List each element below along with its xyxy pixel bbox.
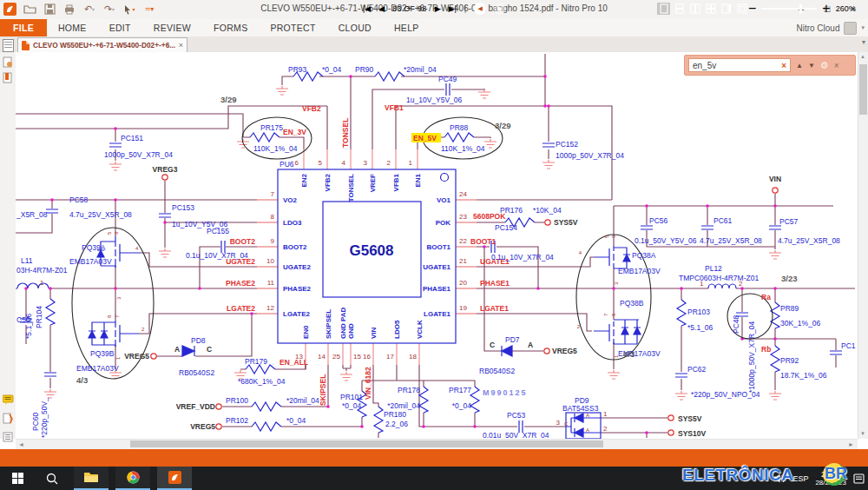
zoom-out-button[interactable]: − xyxy=(748,1,756,17)
taskbar-clock[interactable]: 23:09 28/2/2023 xyxy=(815,470,846,487)
scroll-down-icon[interactable]: ▼ xyxy=(860,431,865,436)
pinname-ugate1: UGATE1 xyxy=(423,263,450,271)
search-bar: en_5v × ▲ ▼ ⚙ × xyxy=(684,55,856,76)
sch-pc62: PC62 xyxy=(687,365,707,374)
outline-panel-icon[interactable] xyxy=(3,430,13,441)
sch-pd8-cathode: C xyxy=(207,345,212,354)
zoom-in-button[interactable]: + xyxy=(822,1,830,17)
next-page-button[interactable]: ▶ xyxy=(435,4,441,13)
resistor-pr103 xyxy=(677,300,686,326)
sch-pr89-val: 30K_1%_06 xyxy=(780,319,821,328)
notification-center-icon[interactable] xyxy=(853,473,865,484)
sch-pq39a: PQ39A xyxy=(82,243,106,252)
clock-date: 28/2/2023 xyxy=(815,479,846,487)
sch-pr179: PR179 xyxy=(245,357,267,366)
pin-8: 8 xyxy=(271,213,275,221)
diode-bars xyxy=(194,346,502,356)
signature-panel-icon[interactable] xyxy=(3,412,13,423)
view-grid[interactable] xyxy=(704,3,717,15)
zoom-slider[interactable] xyxy=(761,8,817,10)
bookmark-icon[interactable] xyxy=(3,71,13,83)
search-clear-icon[interactable]: × xyxy=(781,61,786,70)
pinname-skipsel: SKIPSEL xyxy=(325,309,332,339)
view-facing[interactable] xyxy=(688,3,701,15)
page-tools-icon[interactable] xyxy=(3,56,13,67)
search-input[interactable]: en_5v × xyxy=(688,58,791,72)
cap-pc152 xyxy=(542,143,555,147)
taskbar-nitro[interactable] xyxy=(157,467,192,490)
search-next-button[interactable]: ▼ xyxy=(808,62,815,70)
pinname-boot1: BOOT1 xyxy=(426,243,450,251)
comments-panel-icon[interactable] xyxy=(3,393,13,404)
view-with-panel[interactable] xyxy=(720,3,733,15)
sch-vfb2: VFB2 xyxy=(302,104,321,113)
prev-page-button[interactable]: ◀ xyxy=(378,4,385,13)
view-continuous[interactable] xyxy=(673,3,686,15)
sch-pc48-val: *1000p_50V_X7R_04 xyxy=(747,321,756,393)
ribbon-toggle-icon[interactable]: ▾ xyxy=(862,38,865,46)
vertical-scroll-thumb[interactable] xyxy=(859,64,867,115)
sch-pd7: PD7 xyxy=(505,335,520,344)
tab-close-icon[interactable]: × xyxy=(179,41,183,50)
pdf-page-canvas[interactable]: PR93*0_04 PR90*20mil_04 PC491u_10V_Y5V_0… xyxy=(16,52,858,439)
account-area[interactable]: Nitro Cloud ▾ xyxy=(796,19,865,36)
first-page-button[interactable]: |◀ xyxy=(363,4,371,13)
tab-protect[interactable]: PROTECT xyxy=(259,19,326,36)
view-fullwidth[interactable] xyxy=(735,3,748,15)
document-tab[interactable]: CLEVO W550EU+-+6-71-W5400-D02+-+6... × xyxy=(17,37,187,52)
resistor-pr179 xyxy=(246,365,275,374)
cap-pc62 xyxy=(675,374,687,377)
pinname-en0: EN0 xyxy=(302,325,310,339)
tab-forms[interactable]: FORMS xyxy=(202,19,259,36)
sch-pc57-val: 4.7u_25V_X5R_08 xyxy=(778,236,840,245)
cap-pc151 xyxy=(109,143,122,147)
pinname-lgate2: LGATE2 xyxy=(283,310,311,318)
tab-review[interactable]: REVIEW xyxy=(142,19,202,36)
tab-edit[interactable]: EDIT xyxy=(98,19,142,36)
sch-pr175-val: 110K_1%_04 xyxy=(253,144,298,153)
pinname-ugate2: UGATE2 xyxy=(283,263,311,271)
pin-19: 19 xyxy=(459,304,467,312)
scroll-up-icon[interactable]: ▲ xyxy=(860,54,865,59)
sch-pq39a-part: EMB17A03V xyxy=(69,257,112,266)
start-button[interactable] xyxy=(0,467,35,490)
search-prev-button[interactable]: ▲ xyxy=(796,62,803,70)
search-options-gear-icon[interactable]: ⚙ xyxy=(820,60,829,71)
sch-pr89: PR89 xyxy=(780,304,799,313)
sch-pc56-val: 0.1u_50V_Y5V_06 xyxy=(635,236,697,245)
view-back-button[interactable]: ◀ xyxy=(474,3,486,15)
scroll-right-icon[interactable]: ► xyxy=(848,441,854,447)
sch-sys5v-a: SYS5V xyxy=(554,218,578,227)
sch-pd9-pin3: 3 xyxy=(556,419,561,427)
tab-home[interactable]: HOME xyxy=(47,19,98,36)
sch-pr90: PR90 xyxy=(355,65,374,74)
search-close-icon[interactable]: × xyxy=(834,61,839,70)
resistor-pr88 xyxy=(444,133,474,142)
sch-pd7-part: RB0540S2 xyxy=(479,367,515,375)
sch-en3v: EN_3V xyxy=(283,128,306,136)
pages-panel-icon[interactable] xyxy=(3,39,14,52)
horizontal-scroll-thumb[interactable] xyxy=(130,440,603,447)
account-label: Nitro Cloud xyxy=(796,23,839,33)
sch-pc49: PC49 xyxy=(438,75,457,83)
tab-cloud[interactable]: CLOUD xyxy=(327,19,383,36)
pinname-ldo3: LDO3 xyxy=(283,219,302,227)
tab-file[interactable]: FILE xyxy=(0,19,47,36)
zoom-slider-thumb[interactable] xyxy=(799,4,802,13)
tab-help[interactable]: HELP xyxy=(383,19,431,36)
volume-icon[interactable] xyxy=(774,473,786,483)
language-indicator[interactable]: ESP xyxy=(792,474,808,483)
sch-pr88-val: 110K_1%_04 xyxy=(441,144,485,153)
scroll-left-icon[interactable]: ◄ xyxy=(18,441,24,447)
taskbar-file-explorer[interactable] xyxy=(74,467,108,490)
tray-chevron-icon[interactable]: ^ xyxy=(764,474,767,483)
pin-17: 17 xyxy=(386,353,394,361)
taskbar-search-button[interactable] xyxy=(35,467,69,490)
view-single-page[interactable] xyxy=(657,3,670,15)
sch-pc58-val: 4.7u_25V_X5R_08 xyxy=(69,210,132,219)
taskbar-chrome[interactable] xyxy=(115,467,150,490)
sch-pageref-323: 3/23 xyxy=(781,274,798,283)
view-forward-button[interactable]: ▶ xyxy=(494,3,506,15)
sch-pc155: PC155 xyxy=(207,227,229,235)
last-page-button[interactable]: ▶| xyxy=(449,4,457,13)
